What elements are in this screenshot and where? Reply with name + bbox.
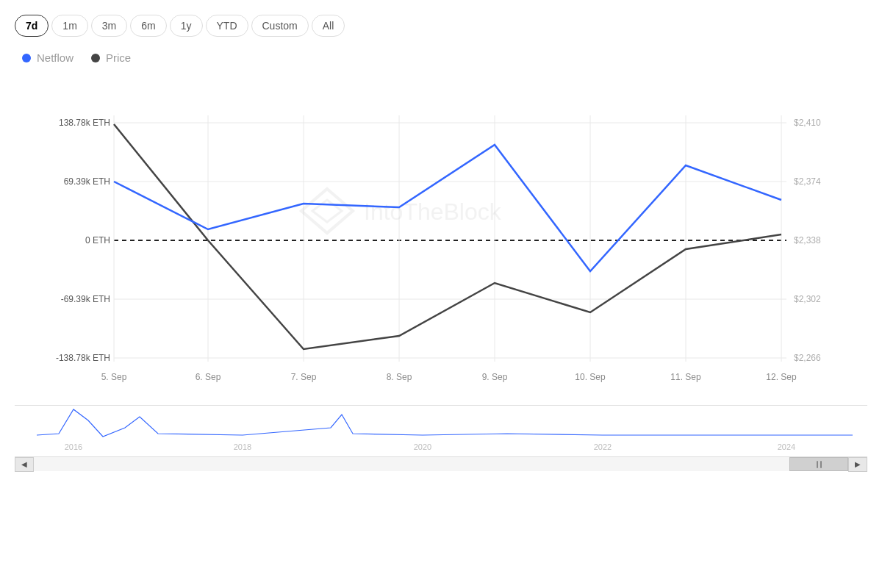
- main-chart: .axis-label { font-size: 12px; fill: #88…: [15, 86, 867, 402]
- time-btn-7d[interactable]: 7d: [15, 15, 49, 37]
- svg-text:2020: 2020: [414, 442, 431, 451]
- scroll-right-button[interactable]: ▶: [848, 457, 867, 472]
- price-dot: [91, 54, 100, 62]
- navigator-svg: 2016 2018 2020 2022 2024: [15, 406, 867, 457]
- svg-text:6. Sep: 6. Sep: [196, 372, 221, 382]
- svg-text:69.39k ETH: 69.39k ETH: [64, 176, 110, 187]
- chart-svg: .axis-label { font-size: 12px; fill: #88…: [15, 86, 867, 402]
- navigator-line: [37, 409, 853, 437]
- scroll-left-button[interactable]: ◀: [15, 457, 34, 472]
- svg-text:2016: 2016: [65, 442, 82, 451]
- legend-netflow: Netflow: [22, 51, 74, 64]
- time-btn-all[interactable]: All: [312, 15, 345, 37]
- legend-price: Price: [91, 51, 131, 64]
- navigator-chart: 2016 2018 2020 2022 2024 ◀ ▶: [15, 405, 867, 471]
- watermark-group: IntoTheBlock: [301, 189, 502, 233]
- time-btn-ytd[interactable]: YTD: [206, 15, 248, 37]
- svg-text:2018: 2018: [234, 442, 251, 451]
- svg-text:12. Sep: 12. Sep: [766, 372, 797, 382]
- grip-line-1: [817, 461, 818, 468]
- grip-line-2: [820, 461, 822, 468]
- time-btn-1y[interactable]: 1y: [170, 15, 203, 37]
- svg-text:$2,338: $2,338: [794, 235, 821, 245]
- grip-indicator: [817, 461, 822, 468]
- svg-text:-69.39k ETH: -69.39k ETH: [61, 294, 110, 304]
- svg-text:-138.78k ETH: -138.78k ETH: [56, 353, 110, 363]
- navigator-scrollbar: ◀ ▶: [15, 456, 867, 471]
- svg-text:11. Sep: 11. Sep: [670, 372, 701, 382]
- time-btn-custom[interactable]: Custom: [251, 15, 309, 37]
- netflow-dot: [22, 54, 31, 62]
- time-range-selector: 7d1m3m6m1yYTDCustomAll: [15, 15, 867, 37]
- svg-text:8. Sep: 8. Sep: [387, 372, 412, 382]
- scroll-track: [34, 457, 848, 471]
- netflow-label: Netflow: [37, 51, 74, 64]
- svg-text:$2,302: $2,302: [794, 294, 821, 304]
- time-btn-1m[interactable]: 1m: [51, 15, 87, 37]
- svg-text:5. Sep: 5. Sep: [101, 372, 127, 382]
- chart-legend: Netflow Price: [22, 51, 867, 64]
- svg-text:2022: 2022: [594, 442, 612, 451]
- svg-text:IntoTheBlock: IntoTheBlock: [364, 198, 502, 225]
- svg-text:9. Sep: 9. Sep: [482, 372, 508, 382]
- price-label: Price: [106, 51, 131, 64]
- time-btn-6m[interactable]: 6m: [130, 15, 166, 37]
- scroll-handle[interactable]: [789, 457, 848, 471]
- time-btn-3m[interactable]: 3m: [91, 15, 127, 37]
- svg-text:$2,374: $2,374: [794, 176, 821, 187]
- svg-text:10. Sep: 10. Sep: [575, 372, 606, 382]
- price-line: [114, 124, 781, 349]
- svg-text:0 ETH: 0 ETH: [85, 235, 110, 245]
- main-container: 7d1m3m6m1yYTDCustomAll Netflow Price .ax…: [0, 0, 882, 588]
- svg-text:7. Sep: 7. Sep: [291, 372, 317, 382]
- svg-text:138.78k ETH: 138.78k ETH: [59, 118, 110, 128]
- svg-text:$2,266: $2,266: [794, 353, 821, 363]
- svg-text:2024: 2024: [778, 442, 795, 451]
- svg-text:$2,410: $2,410: [794, 118, 821, 128]
